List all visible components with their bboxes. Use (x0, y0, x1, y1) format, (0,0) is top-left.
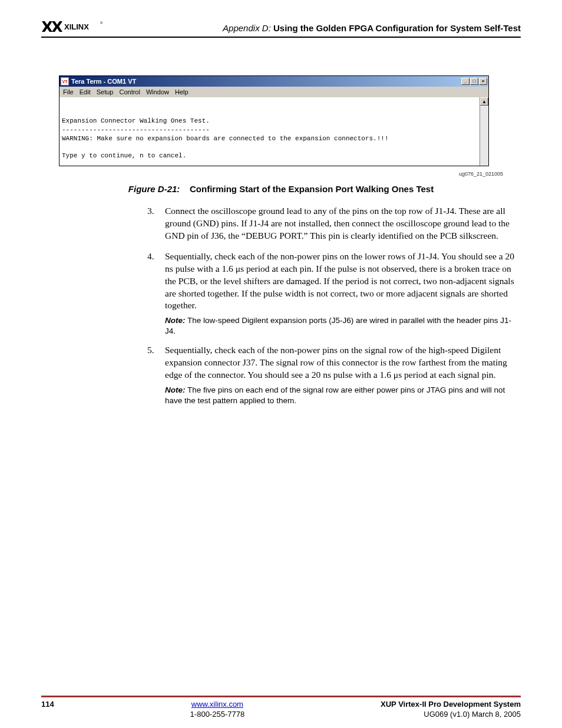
svg-text:XILINX: XILINX (64, 22, 89, 31)
minimize-button[interactable]: _ (461, 78, 470, 85)
footer-center: www.xilinx.com 1-800-255-7778 (190, 700, 245, 720)
list-body: Sequentially, check each of the non-powe… (165, 251, 521, 337)
figure-caption: Figure D-21: Confirming Start of the Exp… (0, 184, 562, 194)
menu-file[interactable]: File (63, 88, 74, 95)
list-number: 5. (147, 344, 165, 406)
body-content: 3. Connect the oscilloscope ground lead … (147, 205, 521, 414)
list-text: Connect the oscilloscope ground lead to … (165, 206, 510, 241)
window-buttons: _ □ × (461, 78, 487, 85)
note-text: The low-speed Digilent expansion ports (… (165, 316, 511, 335)
menu-edit[interactable]: Edit (80, 88, 91, 95)
appendix-title: Using the Golden FPGA Configuration for … (273, 23, 521, 33)
footer-link[interactable]: www.xilinx.com (191, 700, 243, 709)
note-label: Note: (165, 386, 186, 394)
list-item: 5. Sequentially, check each of the non-p… (147, 344, 521, 406)
list-number: 3. (147, 205, 165, 242)
list-item: 3. Connect the oscilloscope ground lead … (147, 205, 521, 242)
app-icon: VT (61, 77, 69, 85)
figure-label: Figure D-21: (128, 184, 180, 194)
figure-asset-id: ug076_21_021005 (459, 171, 503, 177)
list-body: Connect the oscilloscope ground lead to … (165, 205, 521, 242)
xilinx-logo: XILINX ® (41, 20, 106, 33)
scrollbar[interactable]: ▲ (480, 97, 488, 166)
terminal-body: Expansion Connector Walking Ones Test. -… (59, 97, 488, 166)
menu-setup[interactable]: Setup (97, 88, 114, 95)
titlebar: VT Tera Term - COM1 VT _ □ × (59, 76, 488, 87)
terminal-screenshot: VT Tera Term - COM1 VT _ □ × File Edit S… (59, 75, 489, 166)
list-text: Sequentially, check each of the non-powe… (165, 345, 507, 380)
tera-term-window: VT Tera Term - COM1 VT _ □ × File Edit S… (59, 75, 489, 166)
menu-help[interactable]: Help (175, 88, 189, 95)
note-label: Note: (165, 316, 186, 325)
header-text: Appendix D: Using the Golden FPGA Config… (223, 23, 521, 33)
figure-title: Confirming Start of the Expansion Port W… (190, 184, 434, 194)
note: Note: The five pins on each end of the s… (165, 385, 521, 406)
close-button[interactable]: × (479, 78, 487, 85)
maximize-button[interactable]: □ (470, 78, 478, 85)
page-header: XILINX ® Appendix D: Using the Golden FP… (41, 20, 521, 33)
footer-rule (41, 696, 521, 697)
list-body: Sequentially, check each of the non-powe… (165, 344, 521, 406)
page-footer: 114 www.xilinx.com 1-800-255-7778 XUP Vi… (41, 700, 521, 720)
footer-phone: 1-800-255-7778 (190, 710, 245, 719)
page-number: 114 (41, 700, 54, 720)
menu-window[interactable]: Window (146, 88, 169, 95)
appendix-label: Appendix D: (223, 23, 271, 33)
note: Note: The low-speed Digilent expansion p… (165, 315, 521, 336)
scroll-up-button[interactable]: ▲ (480, 97, 488, 106)
scroll-track[interactable] (480, 106, 488, 166)
svg-text:®: ® (100, 21, 103, 25)
window-title: Tera Term - COM1 VT (71, 78, 136, 85)
list-number: 4. (147, 251, 165, 337)
menubar: File Edit Setup Control Window Help (59, 87, 488, 97)
footer-doc: UG069 (v1.0) March 8, 2005 (424, 710, 521, 719)
menu-control[interactable]: Control (119, 88, 140, 95)
header-rule (41, 37, 521, 38)
list-text: Sequentially, check each of the non-powe… (165, 251, 514, 311)
footer-product: XUP Virtex-II Pro Development System (381, 700, 521, 709)
note-text: The five pins on each end of the signal … (165, 386, 505, 405)
terminal-text: Expansion Connector Walking Ones Test. -… (59, 97, 480, 166)
footer-right: XUP Virtex-II Pro Development System UG0… (381, 700, 521, 720)
list-item: 4. Sequentially, check each of the non-p… (147, 251, 521, 337)
